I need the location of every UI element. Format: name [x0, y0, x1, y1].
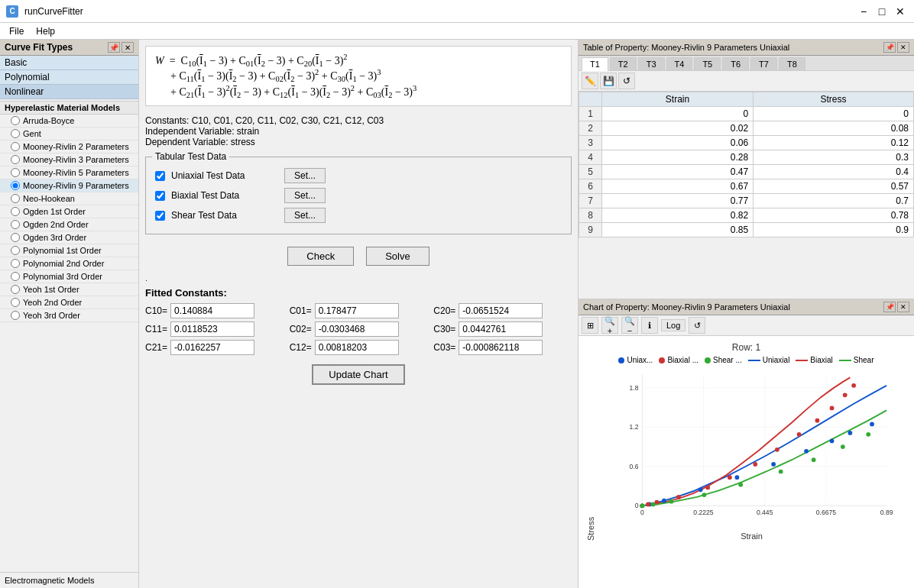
radio-mooney-rivlin-5[interactable] [11, 168, 20, 177]
svg-point-37 [815, 418, 820, 423]
sidebar-item-gent[interactable]: Gent [0, 128, 138, 141]
tab-t1[interactable]: T1 [582, 57, 608, 71]
uniaxial-set-button[interactable]: Set... [284, 168, 326, 183]
fitted-c30-input[interactable] [459, 321, 543, 337]
cell-stress: 0.78 [754, 208, 914, 223]
sidebar-item-mooney-rivlin-2[interactable]: Mooney-Rivlin 2 Parameters [0, 141, 138, 153]
legend-shear-line-label: Shear [854, 356, 874, 364]
chart-log-button[interactable]: Log [661, 319, 686, 331]
sidebar-item-arruda-boyce[interactable]: Arruda-Boyce [0, 115, 138, 128]
tab-t2[interactable]: T2 [610, 57, 637, 70]
chart-svg-container: 0 0.6 1.2 1.8 0 0.2225 0.445 0.6675 0.89 [595, 367, 908, 541]
shear-checkbox[interactable] [155, 211, 165, 221]
radio-ogden-3[interactable] [11, 233, 20, 242]
radio-arruda-boyce[interactable] [11, 116, 20, 125]
chart-refresh-button[interactable]: ↺ [689, 317, 705, 334]
sidebar-item-polynomial[interactable]: Polynomial [0, 70, 138, 85]
table-close-button[interactable]: ✕ [897, 42, 909, 53]
sidebar-item-nonlinear[interactable]: Nonlinear [0, 85, 138, 99]
chart-fit-button[interactable]: ⊞ [582, 317, 598, 334]
biaxial-checkbox[interactable] [155, 191, 165, 201]
radio-ogden-1[interactable] [11, 207, 20, 216]
fitted-c12-input[interactable] [315, 340, 399, 355]
table-panel-header: Table of Property: Mooney-Rivlin 9 Param… [579, 40, 914, 56]
tab-t4[interactable]: T4 [666, 57, 693, 70]
tab-t7[interactable]: T7 [750, 57, 777, 70]
sidebar-item-ogden-2[interactable]: Ogden 2nd Order [0, 218, 138, 231]
radio-mooney-rivlin-3[interactable] [11, 155, 20, 164]
radio-yeoh-3[interactable] [11, 311, 20, 320]
sidebar-item-poly-1[interactable]: Polynomial 1st Order [0, 244, 138, 257]
update-chart-button[interactable]: Update Chart [312, 364, 404, 385]
radio-poly-2[interactable] [11, 259, 20, 268]
radio-gent[interactable] [11, 129, 20, 138]
radio-yeoh-1[interactable] [11, 285, 20, 294]
minimize-button[interactable]: − [856, 4, 871, 19]
sidebar-item-ogden-1[interactable]: Ogden 1st Order [0, 205, 138, 218]
sidebar-item-yeoh-3[interactable]: Yeoh 3rd Order [0, 309, 138, 322]
sidebar-item-ogden-3[interactable]: Ogden 3rd Order [0, 231, 138, 244]
chart-with-axes: Stress [585, 367, 908, 541]
fitted-c11-input[interactable] [170, 321, 254, 337]
sidebar-item-poly-2[interactable]: Polynomial 2nd Order [0, 257, 138, 270]
uniaxial-checkbox[interactable] [155, 171, 165, 181]
radio-poly-3[interactable] [11, 272, 20, 281]
tab-t8[interactable]: T8 [779, 57, 805, 70]
radio-yeoh-2[interactable] [11, 298, 20, 307]
sidebar-item-poly-3[interactable]: Polynomial 3rd Order [0, 270, 138, 283]
sidebar-item-yeoh-2[interactable]: Yeoh 2nd Order [0, 296, 138, 309]
fitted-c20-input[interactable] [459, 303, 543, 318]
check-button[interactable]: Check [287, 247, 354, 266]
tab-t6[interactable]: T6 [722, 57, 749, 70]
sidebar-item-yeoh-1[interactable]: Yeoh 1st Order [0, 283, 138, 296]
fitted-c10-input[interactable] [170, 303, 254, 318]
close-button[interactable]: ✕ [893, 4, 908, 19]
cell-stress: 0.7 [754, 194, 914, 208]
chart-close-button[interactable]: ✕ [897, 302, 909, 312]
chart-zoom-out-button[interactable]: 🔍− [621, 317, 638, 334]
tab-t5[interactable]: T5 [694, 57, 721, 70]
solve-button[interactable]: Solve [366, 247, 429, 266]
sidebar-item-neo-hookean[interactable]: Neo-Hookean [0, 192, 138, 205]
legend-uniaxial-line-label: Uniaxial [763, 356, 790, 364]
fitted-c03-input[interactable] [459, 340, 543, 355]
radio-ogden-2[interactable] [11, 220, 20, 229]
table-refresh-button[interactable]: ↺ [618, 73, 635, 89]
fitted-c21-input[interactable] [170, 340, 254, 355]
radio-poly-1[interactable] [11, 246, 20, 255]
fitted-c01-input[interactable] [315, 303, 399, 318]
fitted-c02-label: C02= [290, 324, 312, 334]
cell-strain: 0.82 [602, 208, 754, 223]
sidebar-item-mooney-rivlin-5[interactable]: Mooney-Rivlin 5 Parameters [0, 166, 138, 179]
tab-t3[interactable]: T3 [638, 57, 665, 70]
chart-pin-button[interactable]: 📌 [883, 302, 896, 312]
radio-mooney-rivlin-2[interactable] [11, 142, 20, 151]
table-toolbar: ✏️ 💾 ↺ [579, 71, 914, 92]
chart-info-button[interactable]: ℹ [641, 317, 658, 334]
chart-zoom-in-button[interactable]: 🔍+ [601, 317, 618, 334]
fitted-c02-input[interactable] [315, 321, 399, 337]
shear-set-button[interactable]: Set... [284, 208, 326, 223]
table-row: 2 0.02 0.08 [579, 121, 914, 136]
sidebar-item-mooney-rivlin-3[interactable]: Mooney-Rivlin 3 Parameters [0, 153, 138, 166]
radio-neo-hookean[interactable] [11, 194, 20, 203]
table-pin-button[interactable]: 📌 [883, 42, 896, 53]
sidebar-pin-button[interactable]: 📌 [108, 42, 120, 53]
cell-stress: 0.57 [754, 179, 914, 194]
sidebar-item-basic[interactable]: Basic [0, 56, 138, 70]
table-save-button[interactable]: 💾 [600, 73, 617, 89]
menu-help[interactable]: Help [30, 24, 61, 38]
table-edit-button[interactable]: ✏️ [582, 73, 598, 89]
fitted-c11-label: C11= [145, 324, 167, 334]
sidebar-item-mooney-rivlin-9[interactable]: Mooney-Rivlin 9 Parameters [0, 179, 138, 192]
sidebar-close-button[interactable]: ✕ [122, 42, 134, 53]
fitted-c21-label: C21= [145, 342, 167, 353]
x-axis-label: Strain [595, 531, 908, 541]
radio-mooney-rivlin-9[interactable] [11, 181, 20, 190]
biaxial-set-button[interactable]: Set... [284, 188, 326, 203]
menu-file[interactable]: File [3, 24, 30, 38]
fitted-c10: C10= [145, 303, 284, 318]
fitted-c01-label: C01= [290, 305, 312, 316]
maximize-button[interactable]: □ [874, 4, 890, 19]
row-num: 4 [579, 150, 602, 165]
